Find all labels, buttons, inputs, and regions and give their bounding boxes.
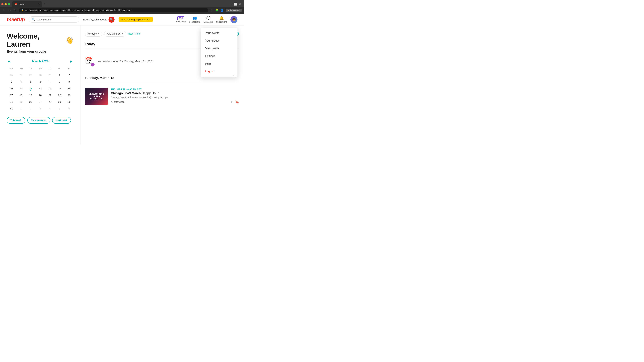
share-button[interactable]: ⬆: [230, 100, 233, 104]
calendar-day-2[interactable]: 2: [66, 72, 72, 78]
incognito-label: Incognito (2): [230, 9, 240, 11]
new-tab-button[interactable]: +: [43, 2, 47, 6]
calendar-day-13[interactable]: 13: [37, 85, 44, 91]
calendar-day-4[interactable]: 4: [46, 105, 53, 112]
calendar-day-19[interactable]: 19: [28, 92, 34, 98]
type-filter-button[interactable]: Any type ▼: [85, 31, 102, 36]
event-date-time: TUE, MAR 12 · 6:30 AM CST: [111, 88, 239, 90]
distance-filter-button[interactable]: Any distance ▼: [104, 31, 126, 36]
extensions-icon[interactable]: 🧩: [214, 8, 219, 12]
profile-icon[interactable]: 👤: [220, 8, 224, 12]
calendar-day-6[interactable]: 6: [66, 105, 72, 112]
calendar-day-20[interactable]: 20: [37, 92, 44, 98]
reset-filters-button[interactable]: Reset filters: [128, 32, 140, 35]
event-title: Chicago SaaS March Happy Hour: [111, 91, 239, 95]
calendar-day-27[interactable]: 27: [37, 98, 44, 105]
calendar-day-14[interactable]: 14: [46, 85, 53, 91]
incognito-icon: 🕵️: [227, 9, 230, 11]
user-avatar-button[interactable]: 🧑: [230, 16, 238, 23]
calendar-day-18[interactable]: 18: [18, 92, 24, 98]
calendar-day-10[interactable]: 10: [8, 85, 14, 91]
calendar-day-1[interactable]: 1: [56, 72, 63, 78]
calendar-day-25[interactable]: 25: [8, 72, 14, 78]
pro-try-label: Try for free: [176, 20, 186, 23]
active-tab[interactable]: m Home ✕: [12, 1, 42, 7]
dropdown-log-out[interactable]: Log out: [200, 68, 238, 75]
weekday-sa: Sa: [64, 66, 74, 70]
dropdown-help[interactable]: Help: [200, 60, 238, 68]
minimize-window-btn[interactable]: [4, 3, 7, 5]
event-actions: ⬆ 🔖: [230, 100, 239, 104]
reload-button[interactable]: ↻: [14, 8, 18, 12]
calendar-day-8[interactable]: 8: [56, 78, 63, 85]
calendar-grid: Su Mo Tu We Th Fr Sa 2526272829123456789…: [7, 66, 74, 112]
calendar-day-6[interactable]: 6: [37, 78, 44, 85]
location-bar: New City, Chicago, IL 🔍: [83, 16, 114, 23]
calendar-day-16[interactable]: 16: [66, 85, 72, 91]
url-text: meetup.com/home/?utm_campaign=account-ve…: [25, 9, 132, 11]
calendar-day-30[interactable]: 30: [66, 98, 72, 105]
restore-icon[interactable]: ⬜: [234, 2, 237, 6]
close-window-btn[interactable]: [1, 3, 4, 5]
search-location-button[interactable]: 🔍: [108, 16, 114, 23]
location-text: New City, Chicago, IL: [83, 18, 107, 21]
calendar-day-3[interactable]: 3: [37, 105, 44, 112]
pro-try-action[interactable]: PRO Try for free: [176, 16, 186, 23]
calendar-day-28[interactable]: 28: [37, 72, 44, 78]
calendar-day-9[interactable]: 9: [66, 78, 72, 85]
calendar-day-26[interactable]: 26: [18, 72, 24, 78]
save-button[interactable]: 🔖: [235, 100, 239, 104]
calendar-day-12[interactable]: 12: [28, 85, 34, 91]
minimize-icon[interactable]: ─: [231, 2, 232, 5]
bookmark-icon[interactable]: ☆: [210, 8, 213, 12]
address-bar[interactable]: 🔒 meetup.com/home/?utm_campaign=account-…: [19, 8, 208, 12]
calendar-day-31[interactable]: 31: [8, 105, 14, 112]
this-week-button[interactable]: This week: [7, 117, 25, 124]
calendar-day-7[interactable]: 7: [46, 78, 53, 85]
calendar-day-21[interactable]: 21: [46, 92, 53, 98]
calendar-day-3[interactable]: 3: [8, 78, 14, 85]
calendar-prev-button[interactable]: ◀: [7, 59, 12, 64]
dropdown-your-events[interactable]: Your events: [200, 29, 238, 37]
notifications-action[interactable]: 🔔 Notifications: [216, 16, 227, 23]
close-window-icon[interactable]: ✕: [239, 2, 241, 6]
calendar-day-4[interactable]: 4: [18, 78, 24, 85]
window-controls: ─ ⬜ ✕: [231, 2, 243, 6]
connections-action[interactable]: 👥 Connections: [189, 16, 200, 23]
calendar-day-28[interactable]: 28: [46, 98, 53, 105]
calendar-day-2[interactable]: 2: [28, 105, 34, 112]
calendar-day-27[interactable]: 27: [28, 72, 34, 78]
search-input[interactable]: [36, 18, 76, 21]
dropdown-settings[interactable]: Settings: [200, 52, 238, 60]
calendar-next-button[interactable]: ▶: [69, 59, 74, 64]
calendar-day-17[interactable]: 17: [8, 92, 14, 98]
calendar-day-11[interactable]: 11: [18, 85, 24, 91]
meetup-header: meetup 🔍 New City, Chicago, IL 🔍 Start a…: [0, 14, 244, 25]
calendar-day-25[interactable]: 25: [18, 98, 24, 105]
search-bar[interactable]: 🔍: [29, 16, 79, 23]
calendar-day-1[interactable]: 1: [18, 105, 24, 112]
next-week-button[interactable]: Next week: [52, 117, 71, 124]
close-tab-btn[interactable]: ✕: [38, 3, 40, 5]
no-events-icon: 📅 🟣: [85, 56, 95, 66]
dropdown-your-groups[interactable]: Your groups: [200, 37, 238, 44]
calendar-day-24[interactable]: 24: [8, 98, 14, 105]
calendar-day-29[interactable]: 29: [46, 72, 53, 78]
this-weekend-button[interactable]: This weekend: [27, 117, 50, 124]
maximize-window-btn[interactable]: [8, 3, 10, 5]
calendar-day-5[interactable]: 5: [56, 105, 63, 112]
meetup-logo[interactable]: meetup: [7, 16, 25, 23]
calendar-day-15[interactable]: 15: [56, 85, 63, 91]
calendar-day-26[interactable]: 26: [28, 98, 34, 105]
forward-button[interactable]: →: [8, 8, 12, 12]
event-card[interactable]: NETWORKINGHAPPYHOUR LINE TUE, MAR 12 · 6…: [85, 85, 239, 107]
promo-banner[interactable]: Start a new group - 30% off!: [118, 17, 153, 22]
back-button[interactable]: ←: [2, 8, 6, 12]
calendar-day-23[interactable]: 23: [66, 92, 72, 98]
calendar-day-5[interactable]: 5: [28, 78, 34, 85]
messages-action[interactable]: 💬 Messages: [204, 16, 213, 23]
sparkle-icon: 🟣: [90, 62, 95, 66]
dropdown-view-profile[interactable]: View profile: [200, 44, 238, 52]
calendar-day-29[interactable]: 29: [56, 98, 63, 105]
calendar-day-22[interactable]: 22: [56, 92, 63, 98]
